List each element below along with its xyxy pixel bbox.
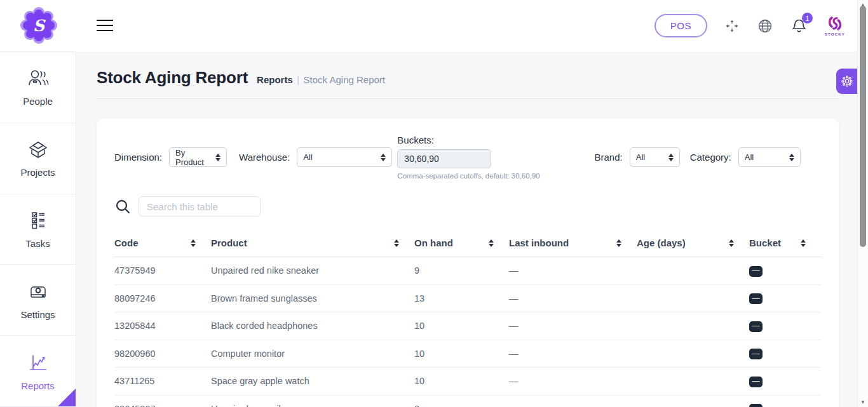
search-input[interactable] [139,196,261,217]
table-row[interactable]: 47375949 Unpaired red nike sneaker 9 — — [114,257,821,285]
table-row[interactable]: 38645807 Unpaired gray nike 8 — — [114,395,821,407]
table-row[interactable]: 88097246 Brown framed sunglasses 13 — — [114,284,821,312]
category-label: Category: [690,152,731,163]
page-header: Stock Aging Report Reports | Stock Aging… [97,68,839,88]
people-icon [26,67,50,90]
column-header-age-days[interactable]: Age (days) [637,232,749,257]
breadcrumb-section[interactable]: Reports [257,74,293,85]
table-row[interactable]: 98200960 Computer monitor 10 — — [114,340,821,368]
open-box-icon [26,138,50,161]
expand-arrows-button[interactable] [724,18,740,34]
dimension-label: Dimension: [114,152,162,163]
stocky-logo-icon [826,15,844,32]
gear-icon [841,75,853,88]
buckets-field-group: Buckets: Comma-separated cutoffs, defaul… [397,135,539,180]
cell-last-inbound: — [509,340,637,368]
sidebar-item-tasks[interactable]: Tasks [0,194,76,265]
sort-icon[interactable] [616,239,621,247]
column-header-last-inbound[interactable]: Last inbound [509,232,637,257]
cell-product: Computer monitor [211,340,414,368]
cell-code: 13205844 [114,312,211,340]
column-header-bucket[interactable]: Bucket [749,232,821,257]
warehouse-value: All [303,152,312,162]
menu-toggle-icon[interactable] [97,20,113,31]
cell-last-inbound: — [509,395,637,407]
stocky-brand[interactable]: STOCKY [825,15,845,36]
move-arrows-icon [724,18,740,34]
stock-aging-table: Code Product On hand Last inbound Age (d… [114,232,821,407]
table-body: 47375949 Unpaired red nike sneaker 9 — —… [114,257,821,407]
cell-bucket: — [749,395,821,407]
column-header-product[interactable]: Product [211,232,414,257]
language-button[interactable] [757,18,773,34]
sidebar-item-label: Settings [20,309,55,320]
warehouse-label: Warehouse: [239,152,290,163]
cell-product: Black corded headphones [211,312,414,340]
page-scrollbar[interactable]: ▲ ▼ [857,0,868,407]
sidebar-item-label: Projects [20,167,55,178]
category-value: All [745,152,754,162]
cell-code: 47375949 [114,257,211,285]
sidebar-item-people[interactable]: People [0,52,76,123]
cell-age-days [637,312,749,340]
stocky-brand-label: STOCKY [825,32,845,36]
dimension-value: By Product [175,148,209,167]
sidebar-item-label: Tasks [25,238,50,249]
bucket-badge: — [749,404,763,407]
scroll-down-arrow-icon[interactable]: ▼ [858,399,868,405]
table-row[interactable]: 43711265 Space gray apple watch 10 — — [114,368,821,396]
cell-age-days [637,368,749,396]
bucket-badge: — [749,293,763,304]
cell-on-hand: 10 [414,368,509,396]
bucket-badge: — [749,349,763,359]
sort-icon[interactable] [394,239,399,247]
brand-label: Brand: [595,152,623,163]
column-label: Age (days) [637,237,686,248]
cell-bucket: — [749,284,821,312]
table-row[interactable]: 13205844 Black corded headphones 10 — — [114,312,821,340]
sidebar-item-projects[interactable]: Projects [0,123,76,194]
category-select[interactable]: All [738,147,801,167]
sort-icon[interactable] [489,239,494,247]
column-header-on-hand[interactable]: On hand [414,232,509,257]
title-divider [97,98,839,99]
cell-on-hand: 9 [414,257,509,285]
svg-text:S: S [33,17,46,35]
table-header-row: Code Product On hand Last inbound Age (d… [114,232,821,257]
settings-drive-icon [26,281,50,304]
warehouse-select[interactable]: All [297,147,392,167]
cell-bucket: — [749,340,821,368]
main-content: Stock Aging Report Reports | Stock Aging… [76,51,868,407]
cell-age-days [637,284,749,312]
column-label: Code [114,237,139,248]
sidebar-item-settings[interactable]: Settings [0,265,76,336]
cell-on-hand: 10 [414,312,509,340]
buckets-input[interactable] [397,149,491,168]
sort-icon[interactable] [801,239,806,247]
select-arrows-icon [381,154,386,161]
breadcrumb-separator: | [297,74,299,85]
sort-icon[interactable] [191,239,196,247]
cell-last-inbound: — [509,312,637,340]
sort-icon[interactable] [729,239,734,247]
pos-button[interactable]: POS [654,14,707,37]
app-logo-icon: S [20,7,57,44]
notifications-button[interactable]: 1 [790,17,808,34]
cell-on-hand: 13 [414,284,509,312]
cell-on-hand: 10 [414,340,509,368]
theme-settings-button[interactable] [836,69,857,94]
dimension-select[interactable]: By Product [169,147,227,167]
topbar-actions: POS 1 [654,0,845,51]
column-label: Product [211,237,247,248]
table-search-row [114,196,821,217]
column-header-code[interactable]: Code [114,232,211,257]
sidebar-item-reports[interactable]: Reports [0,336,76,407]
page-title: Stock Aging Report [97,68,248,88]
select-arrows-icon [668,154,674,161]
app-logo[interactable]: S [20,7,57,44]
scrollbar-thumb[interactable] [860,6,866,247]
bucket-badge: — [749,321,763,332]
cell-bucket: — [749,368,821,396]
bucket-badge: — [749,377,763,387]
brand-select[interactable]: All [630,147,680,167]
